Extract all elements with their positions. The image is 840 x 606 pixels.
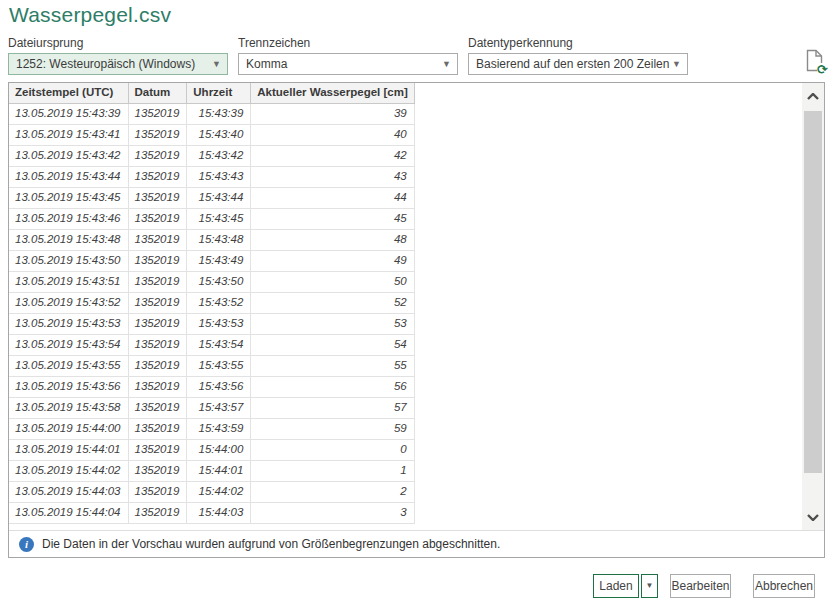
table-cell: 15:43:50: [187, 271, 251, 292]
table-cell: 13.05.2019 15:43:50: [9, 250, 128, 271]
table-row: 13.05.2019 15:43:39135201915:43:3939: [9, 103, 414, 124]
table-cell: 1352019: [128, 208, 187, 229]
preview-grid: Zeitstempel (UTC)DatumUhrzeitAktueller W…: [9, 83, 802, 530]
cancel-button[interactable]: Abbrechen: [753, 574, 815, 598]
table-cell: 13.05.2019 15:43:41: [9, 124, 128, 145]
chevron-down-icon: ▼: [672, 54, 681, 74]
table-row: 13.05.2019 15:44:00135201915:43:5959: [9, 418, 414, 439]
column-header: Uhrzeit: [187, 83, 251, 103]
table-row: 13.05.2019 15:44:04135201915:44:033: [9, 502, 414, 523]
table-cell: 1352019: [128, 439, 187, 460]
table-row: 13.05.2019 15:43:53135201915:43:5353: [9, 313, 414, 334]
preview-table: Zeitstempel (UTC)DatumUhrzeitAktueller W…: [9, 83, 415, 524]
scroll-up-button[interactable]: [802, 83, 824, 109]
vertical-scrollbar[interactable]: [802, 83, 824, 530]
table-row: 13.05.2019 15:44:01135201915:44:000: [9, 439, 414, 460]
table-cell: 13.05.2019 15:43:52: [9, 292, 128, 313]
table-cell: 1352019: [128, 502, 187, 523]
table-cell: 52: [251, 292, 414, 313]
table-cell: 1352019: [128, 145, 187, 166]
table-cell: 1352019: [128, 271, 187, 292]
edit-button[interactable]: Bearbeiten: [670, 574, 731, 598]
table-cell: 1352019: [128, 292, 187, 313]
table-cell: 55: [251, 355, 414, 376]
table-cell: 1352019: [128, 481, 187, 502]
table-cell: 1352019: [128, 460, 187, 481]
table-cell: 13.05.2019 15:43:55: [9, 355, 128, 376]
table-cell: 1: [251, 460, 414, 481]
load-button[interactable]: Laden: [593, 574, 639, 598]
table-cell: 15:44:02: [187, 481, 251, 502]
table-cell: 1352019: [128, 313, 187, 334]
table-cell: 15:43:55: [187, 355, 251, 376]
table-cell: 13.05.2019 15:44:03: [9, 481, 128, 502]
table-cell: 15:43:48: [187, 229, 251, 250]
table-cell: 1352019: [128, 166, 187, 187]
data-preview-panel: Zeitstempel (UTC)DatumUhrzeitAktueller W…: [8, 82, 825, 558]
table-row: 13.05.2019 15:43:52135201915:43:5252: [9, 292, 414, 313]
table-cell: 54: [251, 334, 414, 355]
table-cell: 49: [251, 250, 414, 271]
table-row: 13.05.2019 15:43:55135201915:43:5555: [9, 355, 414, 376]
table-cell: 48: [251, 229, 414, 250]
table-cell: 2: [251, 481, 414, 502]
chevron-down-icon: ▼: [442, 54, 451, 74]
table-cell: 13.05.2019 15:44:01: [9, 439, 128, 460]
info-icon: i: [19, 537, 34, 552]
chevron-down-icon: [807, 514, 819, 521]
table-row: 13.05.2019 15:43:42135201915:43:4242: [9, 145, 414, 166]
table-cell: 13.05.2019 15:43:58: [9, 397, 128, 418]
refresh-arrows-glyph: ⟳: [817, 63, 828, 76]
table-cell: 3: [251, 502, 414, 523]
table-cell: 15:43:42: [187, 145, 251, 166]
table-cell: 13.05.2019 15:43:39: [9, 103, 128, 124]
preview-truncated-message: Die Daten in der Vorschau wurden aufgrun…: [42, 537, 500, 551]
type-detection-dropdown[interactable]: Basierend auf den ersten 200 Zeilen ▼: [468, 53, 688, 75]
table-cell: 13.05.2019 15:43:45: [9, 187, 128, 208]
table-row: 13.05.2019 15:44:03135201915:44:022: [9, 481, 414, 502]
table-cell: 15:43:43: [187, 166, 251, 187]
table-row: 13.05.2019 15:43:46135201915:43:4545: [9, 208, 414, 229]
table-cell: 15:43:52: [187, 292, 251, 313]
table-row: 13.05.2019 15:44:02135201915:44:011: [9, 460, 414, 481]
chevron-down-icon: ▼: [212, 54, 221, 74]
table-cell: 42: [251, 145, 414, 166]
table-cell: 43: [251, 166, 414, 187]
preview-truncated-info-bar: i Die Daten in der Vorschau wurden aufgr…: [9, 530, 824, 557]
table-cell: 15:43:45: [187, 208, 251, 229]
chevron-up-icon: [807, 93, 819, 100]
table-row: 13.05.2019 15:43:58135201915:43:5757: [9, 397, 414, 418]
preview-table-body: 13.05.2019 15:43:39135201915:43:393913.0…: [9, 103, 414, 523]
file-origin-value: 1252: Westeuropäisch (Windows): [16, 57, 195, 71]
table-cell: 50: [251, 271, 414, 292]
table-cell: 1352019: [128, 187, 187, 208]
table-cell: 15:43:53: [187, 313, 251, 334]
table-cell: 13.05.2019 15:44:02: [9, 460, 128, 481]
table-cell: 13.05.2019 15:43:44: [9, 166, 128, 187]
scroll-down-button[interactable]: [802, 504, 824, 530]
table-cell: 15:43:54: [187, 334, 251, 355]
table-cell: 15:43:44: [187, 187, 251, 208]
refresh-preview-icon[interactable]: ⟳: [806, 49, 826, 75]
type-detection-label: Datentyperkennung: [468, 36, 688, 50]
file-origin-group: Dateiursprung 1252: Westeuropäisch (Wind…: [8, 36, 228, 75]
table-header-row: Zeitstempel (UTC)DatumUhrzeitAktueller W…: [9, 83, 414, 103]
table-cell: 13.05.2019 15:43:51: [9, 271, 128, 292]
scrollbar-thumb[interactable]: [804, 111, 822, 473]
delimiter-dropdown[interactable]: Komma ▼: [238, 53, 458, 75]
table-row: 13.05.2019 15:43:41135201915:43:4040: [9, 124, 414, 145]
table-cell: 1352019: [128, 355, 187, 376]
table-cell: 15:43:59: [187, 418, 251, 439]
load-dropdown-arrow-button[interactable]: ▼: [641, 574, 658, 598]
table-cell: 15:43:40: [187, 124, 251, 145]
table-cell: 15:44:00: [187, 439, 251, 460]
table-cell: 13.05.2019 15:44:00: [9, 418, 128, 439]
table-cell: 45: [251, 208, 414, 229]
table-cell: 15:43:56: [187, 376, 251, 397]
table-cell: 15:43:39: [187, 103, 251, 124]
table-cell: 1352019: [128, 334, 187, 355]
file-origin-dropdown[interactable]: 1252: Westeuropäisch (Windows) ▼: [8, 53, 228, 75]
delimiter-group: Trennzeichen Komma ▼: [238, 36, 458, 75]
table-row: 13.05.2019 15:43:50135201915:43:4949: [9, 250, 414, 271]
table-cell: 1352019: [128, 397, 187, 418]
